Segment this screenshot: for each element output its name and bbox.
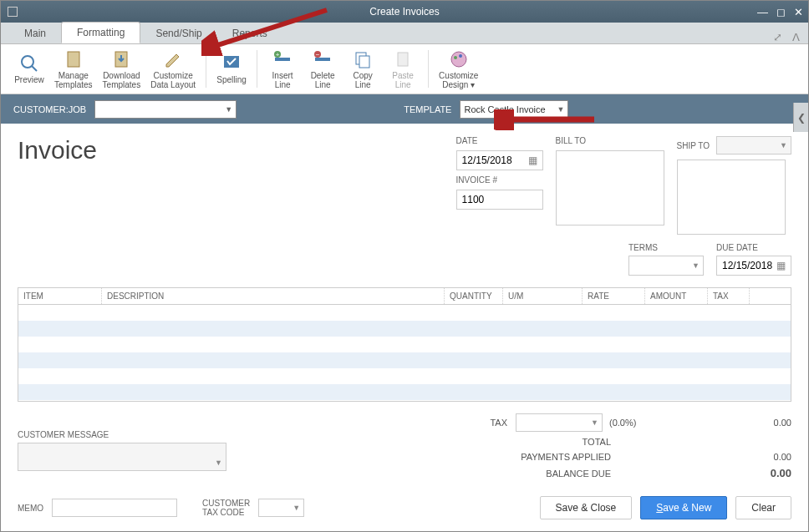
- memo-label: MEMO: [18, 504, 43, 513]
- svg-point-16: [459, 54, 462, 58]
- invoice-form: Invoice DATE 12/15/2018▦ INVOICE # BILL …: [1, 124, 808, 532]
- collapse-ribbon-icon[interactable]: ᐱ: [792, 31, 800, 43]
- titlebar: Create Invoices — ◻ ✕: [1, 1, 808, 23]
- preview-icon: [19, 53, 39, 73]
- spellcheck-icon: [221, 53, 242, 73]
- annotation-arrow: [201, 6, 335, 56]
- customer-job-label: CUSTOMER:JOB: [13, 104, 86, 114]
- chevron-down-icon: ▼: [692, 261, 700, 270]
- table-row[interactable]: [18, 352, 791, 368]
- customer-template-bar: CUSTOMER:JOB ▼ TEMPLATE Rock Castle Invo…: [1, 94, 808, 124]
- customer-tax-code-dropdown[interactable]: ▼: [258, 499, 304, 517]
- pencil-icon: [163, 49, 183, 69]
- window-icon: [8, 7, 18, 17]
- invoice-no-input[interactable]: [456, 190, 543, 210]
- terms-label: TERMS: [628, 243, 704, 252]
- table-row[interactable]: [18, 368, 791, 384]
- terms-dropdown[interactable]: ▼: [628, 256, 704, 276]
- col-rate: RATE: [583, 288, 645, 304]
- invoice-no-label: INVOICE #: [456, 175, 543, 185]
- svg-rect-13: [398, 53, 408, 66]
- customer-job-dropdown[interactable]: ▼: [94, 100, 237, 119]
- tax-label: TAX: [407, 418, 516, 428]
- col-amount: AMOUNT: [645, 288, 708, 304]
- chevron-left-icon: ❮: [797, 112, 806, 124]
- customer-tax-code-label: CUSTOMER TAX CODE: [202, 499, 250, 517]
- payments-applied-amount: 0.00: [741, 452, 791, 462]
- history-panel-toggle[interactable]: ❮: [793, 103, 808, 132]
- save-close-button[interactable]: Save & Close: [540, 496, 633, 519]
- memo-input[interactable]: [52, 499, 177, 517]
- svg-point-0: [22, 56, 33, 68]
- date-input[interactable]: 12/15/2018▦: [456, 150, 543, 170]
- tax-amount: 0.00: [741, 418, 791, 428]
- template-label: TEMPLATE: [404, 104, 451, 114]
- tab-main[interactable]: Main: [9, 23, 61, 43]
- svg-point-15: [454, 56, 457, 59]
- customer-message-label: CUSTOMER MESSAGE: [18, 430, 382, 439]
- ship-to-textarea[interactable]: [677, 160, 786, 235]
- customize-data-layout-button[interactable]: Customize Data Layout: [145, 48, 201, 91]
- customer-message-dropdown[interactable]: ▼: [18, 443, 226, 471]
- bill-to-label: BILL TO: [556, 136, 664, 145]
- svg-point-14: [451, 52, 466, 67]
- paste-line-button: Paste Line: [383, 48, 423, 91]
- copy-line-button[interactable]: Copy Line: [343, 48, 383, 91]
- col-um: U/M: [503, 288, 583, 304]
- copy-icon: [353, 49, 373, 69]
- calendar-icon[interactable]: ▦: [528, 155, 537, 166]
- minimize-icon[interactable]: —: [757, 6, 768, 18]
- col-item: ITEM: [18, 288, 102, 304]
- table-row[interactable]: [18, 384, 791, 400]
- chevron-down-icon: ▼: [780, 141, 787, 149]
- annotation-arrow: [494, 109, 603, 130]
- due-date-label: DUE DATE: [716, 243, 791, 252]
- balance-due-label: BALANCE DUE: [511, 469, 619, 479]
- close-icon[interactable]: ✕: [794, 6, 803, 18]
- date-label: DATE: [456, 136, 543, 145]
- tax-percent: (0.0%): [609, 418, 636, 428]
- document-icon: [64, 49, 84, 69]
- manage-templates-button[interactable]: Manage Templates: [49, 48, 98, 91]
- maximize-icon[interactable]: ◻: [776, 6, 786, 18]
- palette-icon: [449, 49, 469, 69]
- clear-button[interactable]: Clear: [735, 496, 791, 519]
- paste-icon: [393, 49, 413, 69]
- customize-design-button[interactable]: Customize Design ▾: [434, 48, 483, 91]
- chevron-down-icon: ▼: [293, 504, 300, 512]
- balance-due-amount: 0.00: [741, 467, 791, 479]
- payments-applied-label: PAYMENTS APPLIED: [511, 452, 619, 462]
- tab-formatting[interactable]: Formatting: [61, 22, 140, 43]
- line-items-grid: ITEM DESCRIPTION QUANTITY U/M RATE AMOUN…: [18, 287, 791, 402]
- table-row[interactable]: [18, 321, 791, 337]
- col-description: DESCRIPTION: [102, 288, 445, 304]
- total-label: TOTAL: [511, 437, 619, 447]
- download-templates-button[interactable]: Download Templates: [98, 48, 146, 91]
- tax-dropdown[interactable]: ▼: [516, 413, 603, 432]
- ribbon: Preview Manage Templates Download Templa…: [1, 44, 808, 94]
- col-quantity: QUANTITY: [445, 288, 503, 304]
- spelling-button[interactable]: Spelling: [211, 52, 252, 86]
- svg-line-17: [210, 10, 327, 48]
- preview-button[interactable]: Preview: [9, 52, 49, 86]
- chevron-down-icon: ▼: [225, 105, 232, 114]
- chevron-down-icon: ▼: [215, 459, 222, 467]
- chevron-down-icon: ▼: [591, 418, 598, 427]
- ribbon-tabs: Main Formatting Send/Ship Reports ⤢ ᐱ: [1, 23, 808, 44]
- due-date-input[interactable]: 12/15/2018▦: [716, 256, 791, 276]
- svg-line-1: [32, 66, 37, 71]
- ship-to-label: SHIP TO: [677, 141, 710, 150]
- svg-rect-12: [359, 56, 369, 68]
- bill-to-textarea[interactable]: [556, 150, 664, 225]
- svg-rect-2: [68, 52, 79, 67]
- table-row[interactable]: [18, 305, 791, 321]
- ship-to-dropdown[interactable]: ▼: [716, 136, 791, 155]
- expand-icon[interactable]: ⤢: [773, 31, 782, 43]
- invoice-title: Invoice: [18, 136, 456, 235]
- download-icon: [111, 49, 131, 69]
- grid-body[interactable]: [18, 305, 791, 401]
- save-new-button[interactable]: Save & New: [640, 496, 727, 519]
- calendar-icon[interactable]: ▦: [776, 260, 786, 271]
- window-title: Create Invoices: [369, 6, 439, 18]
- table-row[interactable]: [18, 337, 791, 352]
